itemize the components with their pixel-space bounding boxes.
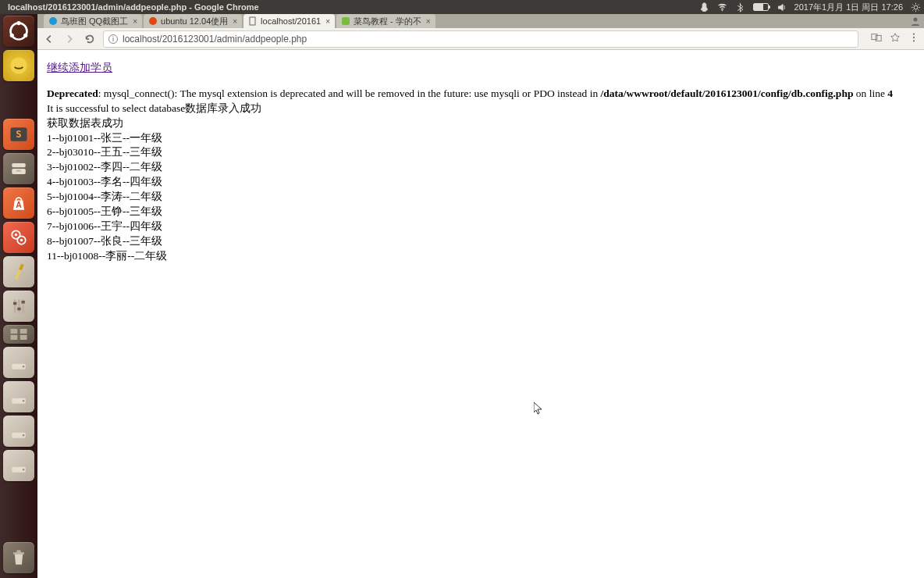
records-list: 1--bj01001--张三--一年级 2--bj03010--王五--三年级 … xyxy=(47,131,915,264)
chrome-window: 鸟班图 QQ截图工 × ubuntu 12.04使用 × localhost/2… xyxy=(37,14,924,578)
add-student-link[interactable]: 继续添加学员 xyxy=(47,62,112,73)
svg-point-33 xyxy=(23,400,25,402)
penguin-icon[interactable] xyxy=(699,2,709,12)
svg-point-35 xyxy=(23,434,25,437)
launcher-sound-settings[interactable] xyxy=(3,291,34,322)
tab-label: 鸟班图 QQ截图工 xyxy=(61,16,128,27)
unity-launcher: S A xyxy=(0,14,37,578)
svg-rect-42 xyxy=(250,17,255,25)
svg-point-46 xyxy=(913,33,915,34)
svg-rect-20 xyxy=(14,299,16,313)
svg-point-49 xyxy=(914,18,918,22)
svg-rect-38 xyxy=(13,552,24,555)
back-button[interactable] xyxy=(42,32,56,46)
deprecated-warning: Deprecated: mysql_connect(): The mysql e… xyxy=(47,87,915,102)
deprecated-msg: : mysql_connect(): The mysql extension i… xyxy=(98,87,601,99)
svg-point-31 xyxy=(23,366,25,368)
record-row: 2--bj03010--王五--三年级 xyxy=(47,145,915,160)
session-cog-icon[interactable] xyxy=(911,2,921,12)
deprecated-linenum: 4 xyxy=(887,87,893,99)
svg-text:S: S xyxy=(16,129,21,140)
svg-point-6 xyxy=(11,58,27,74)
reload-button[interactable] xyxy=(83,32,97,46)
launcher-sublime[interactable]: S xyxy=(3,119,34,150)
tab-qq-screenshot[interactable]: 鸟班图 QQ截图工 × xyxy=(44,14,142,28)
clock[interactable]: 2017年1月月 1日 周日 17:26 xyxy=(794,2,903,13)
battery-icon[interactable] xyxy=(753,3,769,11)
tab-label: 菜鸟教程 - 学的不 xyxy=(354,16,421,27)
translate-icon[interactable] xyxy=(871,32,882,46)
ubuntu-menubar: localhost/2016123001/admin/addpeople.php… xyxy=(0,0,924,14)
svg-rect-24 xyxy=(17,308,20,311)
bookmark-star-icon[interactable] xyxy=(890,32,901,46)
window-title: localhost/2016123001/admin/addpeople.php… xyxy=(8,2,259,12)
deprecated-path: /data/wwwroot/default/2016123001/config/… xyxy=(601,87,854,99)
tab-close-icon[interactable]: × xyxy=(133,17,137,26)
chrome-user-avatar[interactable] xyxy=(907,14,924,28)
tab-close-icon[interactable]: × xyxy=(325,17,330,26)
favicon-ubuntu xyxy=(148,16,158,26)
svg-point-19 xyxy=(20,239,23,242)
site-info-icon[interactable]: i xyxy=(108,34,118,44)
deprecated-label: Deprecated xyxy=(47,87,98,99)
svg-rect-12 xyxy=(12,163,26,167)
record-row: 8--bj01007--张良--三年级 xyxy=(47,234,915,249)
favicon-qq xyxy=(48,16,58,26)
svg-rect-39 xyxy=(16,550,20,552)
wifi-icon[interactable] xyxy=(717,2,727,12)
record-row: 5--bj01004--李涛--二年级 xyxy=(47,190,915,205)
launcher-drive-1[interactable] xyxy=(3,347,34,378)
launcher-brush[interactable] xyxy=(3,256,34,287)
tab-close-icon[interactable]: × xyxy=(233,17,237,26)
forward-button[interactable] xyxy=(62,32,76,46)
svg-rect-45 xyxy=(876,35,881,41)
record-row: 6--bj01005--王铮--三年级 xyxy=(47,205,915,219)
record-row: 4--bj01003--李名--四年级 xyxy=(47,175,915,190)
svg-rect-44 xyxy=(872,34,877,39)
tab-label: ubuntu 12.04使用 xyxy=(161,16,228,27)
svg-text:A: A xyxy=(16,200,22,209)
favicon-doc-icon xyxy=(248,16,258,26)
launcher-drive-4[interactable] xyxy=(3,450,34,481)
svg-point-18 xyxy=(15,234,18,237)
chrome-menu-icon[interactable] xyxy=(908,32,919,46)
launcher-workspace-switcher[interactable] xyxy=(3,325,34,344)
launcher-drive-2[interactable] xyxy=(3,381,34,412)
tab-ubuntu-1204[interactable]: ubuntu 12.04使用 × xyxy=(144,14,242,28)
svg-rect-26 xyxy=(11,329,18,334)
svg-rect-28 xyxy=(11,335,18,340)
record-row: 1--bj01001--张三--一年级 xyxy=(47,131,915,146)
record-row: 3--bj01002--李四--二年级 xyxy=(47,160,915,175)
launcher-ubuntu-dash[interactable] xyxy=(3,16,34,47)
sound-icon[interactable] xyxy=(777,2,787,12)
svg-rect-43 xyxy=(342,17,350,25)
favicon-runoob xyxy=(341,16,350,26)
svg-point-41 xyxy=(149,17,157,25)
tab-strip: 鸟班图 QQ截图工 × ubuntu 12.04使用 × localhost/2… xyxy=(37,14,924,28)
tab-runoob[interactable]: 菜鸟教程 - 学的不 × xyxy=(336,14,435,28)
menubar-indicators: 2017年1月月 1日 周日 17:26 xyxy=(699,2,921,13)
tab-close-icon[interactable]: × xyxy=(426,17,431,26)
svg-point-48 xyxy=(913,40,915,41)
svg-point-3 xyxy=(16,21,20,25)
tab-localhost[interactable]: localhost/20161 × xyxy=(243,14,335,28)
tab-label: localhost/20161 xyxy=(261,16,321,26)
launcher-app-yellow[interactable] xyxy=(3,50,34,81)
launcher-trash[interactable] xyxy=(3,542,34,573)
url-text: localhost/2016123001/admin/addpeople.php xyxy=(123,34,307,45)
svg-rect-14 xyxy=(16,170,20,172)
svg-point-1 xyxy=(914,5,918,9)
svg-point-0 xyxy=(721,9,723,11)
chrome-toolbar: i localhost/2016123001/admin/addpeople.p… xyxy=(37,28,924,50)
bluetooth-icon[interactable] xyxy=(735,2,745,12)
launcher-drive-3[interactable] xyxy=(3,416,34,447)
record-row: 11--bj01008--李丽--二年级 xyxy=(47,249,915,264)
launcher-settings[interactable] xyxy=(3,222,34,253)
svg-rect-29 xyxy=(20,335,27,340)
svg-point-4 xyxy=(10,34,14,37)
svg-point-40 xyxy=(49,17,57,25)
omnibox[interactable]: i localhost/2016123001/admin/addpeople.p… xyxy=(103,30,858,48)
launcher-files[interactable] xyxy=(3,153,34,184)
table-select-success: 获取数据表成功 xyxy=(47,116,915,131)
launcher-software-center[interactable]: A xyxy=(3,187,34,219)
